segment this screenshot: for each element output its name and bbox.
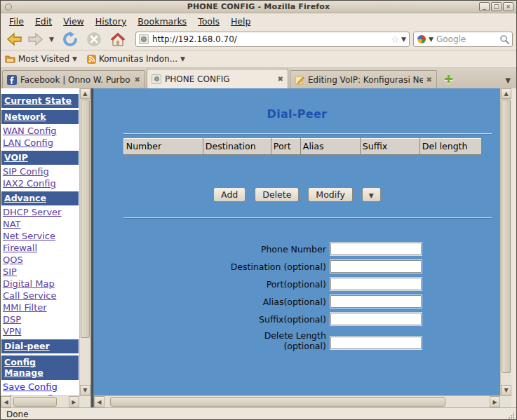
sidebar-item-firewall[interactable]: Firewall bbox=[1, 242, 79, 254]
page-select-dropdown[interactable]: ▼ bbox=[362, 187, 381, 202]
action-buttons: Add Delete Modify ▼ bbox=[94, 187, 500, 202]
scroll-left-icon[interactable]: ◀ bbox=[1, 396, 11, 407]
suffix-input[interactable] bbox=[330, 313, 422, 325]
port-input[interactable] bbox=[330, 278, 422, 290]
page-content: Current State Network WAN Config LAN Con… bbox=[1, 88, 516, 395]
destination-input[interactable] bbox=[330, 260, 422, 273]
tab-label: Facebook | Onno W. Purbo bbox=[20, 75, 130, 85]
horizontal-scrollbar-row: ◀ ▶ ◀ ▶ bbox=[1, 395, 516, 407]
sidebar-item-lan-config[interactable]: LAN Config bbox=[1, 137, 79, 149]
add-button[interactable]: Add bbox=[213, 187, 246, 202]
tab-phone-config[interactable]: PHONE CONFIG ✖ bbox=[147, 69, 288, 88]
magnifier-icon[interactable] bbox=[499, 34, 509, 44]
tab-close-icon[interactable]: ✖ bbox=[278, 75, 283, 83]
url-bar[interactable]: ☆ ▼ bbox=[135, 32, 410, 47]
delete-length-input[interactable] bbox=[330, 337, 422, 349]
menu-bookmarks[interactable]: Bookmarks bbox=[132, 14, 192, 29]
back-icon[interactable] bbox=[6, 32, 23, 46]
bookmark-komunitas[interactable]: Komunitas Indon... ▼ bbox=[87, 54, 185, 64]
page-favicon-icon bbox=[139, 34, 149, 44]
tab-close-icon[interactable]: ✖ bbox=[135, 76, 140, 83]
horizontal-rule bbox=[123, 133, 492, 135]
sidebar-item-config-manage[interactable]: Config Manage bbox=[1, 355, 79, 380]
page-title: Dial-Peer bbox=[94, 107, 500, 121]
sidebar-item-sip[interactable]: SIP bbox=[1, 266, 79, 278]
url-dropdown-icon[interactable]: ▼ bbox=[401, 36, 406, 43]
sidebar-item-qos[interactable]: QOS bbox=[1, 254, 79, 266]
url-input[interactable] bbox=[152, 34, 391, 44]
home-icon[interactable] bbox=[110, 32, 126, 46]
alias-input[interactable] bbox=[330, 295, 422, 308]
column-suffix: Suffix bbox=[360, 139, 419, 155]
modify-button[interactable]: Modify bbox=[308, 187, 352, 202]
form-row: Phone Number bbox=[94, 243, 500, 255]
dial-peer-form: Phone Number Destination (optional) Port… bbox=[94, 243, 500, 351]
menu-help[interactable]: Help bbox=[225, 14, 257, 29]
scroll-down-icon[interactable]: ▼ bbox=[501, 385, 511, 395]
resize-grip[interactable] bbox=[508, 412, 515, 419]
sidebar-item-call-service[interactable]: Call Service bbox=[1, 290, 79, 302]
sidebar-item-mmi-filter[interactable]: MMI Filter bbox=[1, 302, 79, 313]
scrollbar-thumb[interactable] bbox=[13, 397, 57, 407]
sidebar-horizontal-scrollbar[interactable]: ◀ ▶ bbox=[1, 395, 79, 407]
sidebar-item-net-service[interactable]: Net Service bbox=[1, 230, 79, 242]
search-input[interactable] bbox=[436, 34, 499, 44]
scroll-left-icon[interactable]: ◀ bbox=[94, 396, 105, 407]
bookmark-star-icon[interactable]: ☆ bbox=[391, 35, 399, 44]
menu-view[interactable]: View bbox=[58, 14, 90, 29]
sidebar-item-dhcp-server[interactable]: DHCP Server bbox=[1, 206, 79, 218]
minimize-button[interactable]: _ bbox=[479, 2, 490, 11]
table-header-row: Number Destination Port Alias Suffix Del… bbox=[123, 139, 481, 155]
sidebar-item-voip[interactable]: VOIP bbox=[1, 151, 79, 165]
sidebar-vertical-scrollbar[interactable]: ▲ ▼ bbox=[79, 88, 90, 395]
sidebar-item-dial-peer[interactable]: Dial-peer bbox=[1, 339, 79, 353]
scroll-right-icon[interactable]: ▶ bbox=[490, 396, 500, 407]
sidebar-item-iax2-config[interactable]: IAX2 Config bbox=[1, 177, 79, 189]
search-bar[interactable]: ▼ bbox=[413, 32, 513, 47]
scrollbar-thumb[interactable] bbox=[81, 100, 90, 338]
maximize-button[interactable]: □ bbox=[491, 2, 502, 11]
scroll-up-icon[interactable]: ▲ bbox=[80, 88, 90, 99]
tab-facebook[interactable]: Facebook | Onno W. Purbo ✖ bbox=[2, 70, 145, 88]
page-horizontal-scrollbar[interactable]: ◀ ▶ bbox=[94, 395, 500, 407]
sidebar-item-sip-config[interactable]: SIP Config bbox=[1, 165, 79, 177]
alias-label: Alias(optional) bbox=[94, 297, 330, 307]
column-destination: Destination bbox=[203, 139, 271, 155]
sidebar-item-advance[interactable]: Advance bbox=[1, 191, 79, 205]
tab-list-chevron-icon[interactable]: ▼ bbox=[505, 77, 511, 84]
sidebar-item-network[interactable]: Network bbox=[1, 110, 79, 124]
close-button[interactable]: × bbox=[503, 2, 513, 11]
sidebar-item-save-config[interactable]: Save Config bbox=[1, 381, 79, 393]
scrollbar-thumb[interactable] bbox=[502, 100, 511, 373]
scrollbar-thumb[interactable] bbox=[110, 397, 445, 407]
forward-icon[interactable] bbox=[27, 32, 43, 46]
sidebar-item-dsp[interactable]: DSP bbox=[1, 313, 79, 325]
scroll-up-icon[interactable]: ▲ bbox=[501, 88, 511, 99]
sidebar-item-wan-config[interactable]: WAN Config bbox=[1, 125, 79, 137]
bookmark-most-visited[interactable]: Most Visited ▼ bbox=[5, 54, 77, 64]
page-vertical-scrollbar[interactable]: ▲ ▼ bbox=[500, 88, 511, 395]
tab-label: Editing VoIP: Konfigurasi Ne... bbox=[308, 75, 423, 85]
scroll-right-icon[interactable]: ▶ bbox=[69, 396, 79, 407]
delete-button[interactable]: Delete bbox=[255, 187, 299, 202]
tab-close-icon[interactable]: ✖ bbox=[427, 76, 432, 83]
back-forward-dropdown-icon[interactable]: ▼ bbox=[49, 36, 54, 43]
column-port: Port bbox=[271, 139, 300, 155]
sidebar-item-nat[interactable]: NAT bbox=[1, 218, 79, 230]
tab-editing-voip[interactable]: Editing VoIP: Konfigurasi Ne... ✖ bbox=[290, 70, 437, 88]
reload-icon[interactable] bbox=[62, 32, 78, 47]
new-tab-plus-icon[interactable]: ✚ bbox=[444, 73, 453, 86]
menu-tools[interactable]: Tools bbox=[192, 14, 225, 29]
stop-icon[interactable] bbox=[86, 32, 102, 47]
google-logo-icon[interactable] bbox=[417, 34, 427, 44]
scroll-down-icon[interactable]: ▼ bbox=[80, 385, 90, 395]
menu-file[interactable]: File bbox=[4, 14, 29, 29]
sidebar-item-digital-map[interactable]: Digital Map bbox=[1, 278, 79, 290]
sidebar-item-vpn[interactable]: VPN bbox=[1, 325, 79, 337]
menu-history[interactable]: History bbox=[90, 14, 132, 29]
form-row: Alias(optional) bbox=[94, 295, 500, 308]
phone-number-input[interactable] bbox=[330, 243, 422, 255]
menu-edit[interactable]: Edit bbox=[29, 14, 58, 29]
sidebar-item-current-state[interactable]: Current State bbox=[1, 94, 79, 108]
search-engine-dropdown-icon[interactable]: ▼ bbox=[429, 36, 434, 43]
